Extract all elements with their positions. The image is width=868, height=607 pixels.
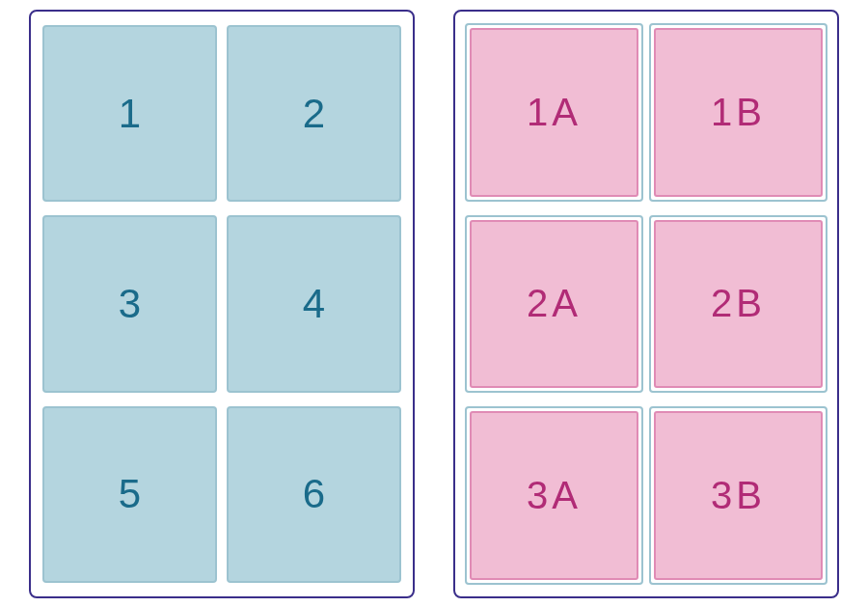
cell-label: 4	[303, 281, 325, 327]
cell-label: 2	[303, 91, 325, 137]
grid-cell: 1	[42, 25, 217, 202]
cell-label: 3B	[711, 474, 766, 517]
right-grid-panel: 1A 1B 2A 2B 3A 3B	[453, 10, 839, 598]
cell-label: 5	[119, 471, 141, 517]
grid-slot: 1B	[649, 23, 827, 202]
grid-cell: 6	[227, 406, 401, 583]
grid-slot: 2A	[465, 215, 643, 394]
grid-slot: 2B	[649, 215, 827, 394]
grid-subcell: 1B	[654, 28, 823, 197]
grid-slot: 3B	[649, 406, 827, 585]
grid-slot: 1A	[465, 23, 643, 202]
grid-cell: 5	[42, 406, 217, 583]
grid-cell: 2	[227, 25, 401, 202]
grid-subcell: 3B	[654, 411, 823, 580]
grid-subcell: 2A	[470, 220, 638, 389]
grid-subcell: 1A	[470, 28, 638, 197]
cell-label: 2A	[527, 282, 582, 325]
grid-cell: 3	[42, 215, 217, 392]
cell-label: 1B	[711, 91, 766, 134]
grid-subcell: 2B	[654, 220, 823, 389]
grid-slot: 3A	[465, 406, 643, 585]
cell-label: 2B	[711, 282, 766, 325]
cell-label: 1A	[527, 91, 582, 134]
grid-cell: 4	[227, 215, 401, 392]
left-grid-panel: 1 2 3 4 5 6	[29, 10, 415, 598]
cell-label: 1	[119, 91, 141, 137]
cell-label: 3A	[527, 474, 582, 517]
cell-label: 3	[119, 281, 141, 327]
cell-label: 6	[303, 471, 325, 517]
grid-subcell: 3A	[470, 411, 638, 580]
